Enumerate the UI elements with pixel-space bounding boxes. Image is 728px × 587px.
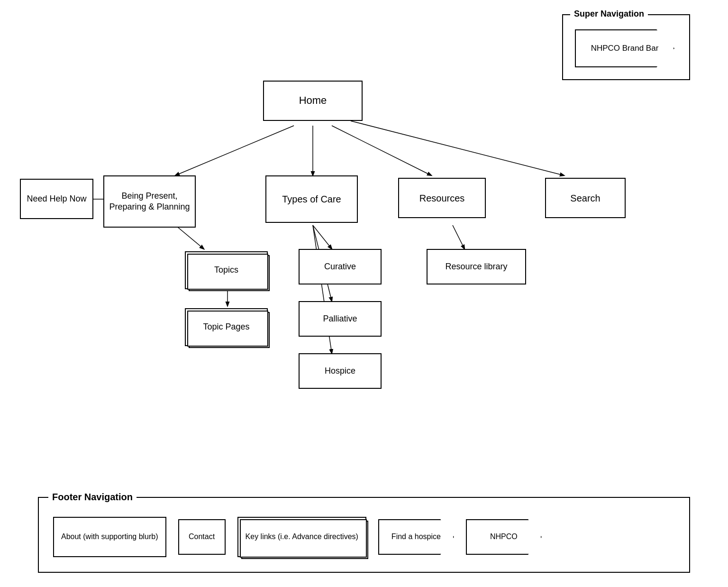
footer-nhpco: NHPCO (466, 519, 542, 555)
types-of-care-node: Types of Care (265, 175, 358, 223)
svg-line-10 (453, 225, 464, 249)
svg-line-5 (175, 225, 204, 249)
types-of-care-label: Types of Care (282, 193, 341, 205)
hospice-node: Hospice (299, 353, 382, 389)
svg-line-0 (175, 126, 294, 175)
footer-contact: Contact (178, 519, 226, 555)
being-present-label: Being Present, Preparing & Planning (104, 191, 195, 213)
curative-label: Curative (324, 261, 356, 272)
footer-items: About (with supporting blurb) Contact Ke… (53, 517, 675, 557)
need-help-now-node: Need Help Now (20, 179, 93, 219)
home-node: Home (263, 81, 363, 121)
footer-contact-label: Contact (189, 532, 215, 542)
palliative-label: Palliative (323, 313, 357, 324)
footer-key-links: Key links (i.e. Advance directives) (237, 517, 366, 557)
footer-nhpco-label: NHPCO (490, 532, 518, 542)
hospice-label: Hospice (325, 366, 355, 376)
resource-library-label: Resource library (445, 261, 507, 272)
super-nav-label: Super Navigation (570, 9, 648, 19)
footer-key-links-label: Key links (i.e. Advance directives) (246, 532, 358, 542)
svg-line-4 (351, 121, 564, 175)
super-nav-container: Super Navigation NHPCO Brand Bar (562, 14, 690, 80)
footer-nav-container: Footer Navigation About (with supporting… (38, 497, 690, 573)
home-label: Home (299, 94, 327, 108)
resource-library-node: Resource library (427, 249, 526, 284)
footer-about: About (with supporting blurb) (53, 517, 166, 557)
svg-line-7 (313, 225, 332, 249)
footer-nav-label: Footer Navigation (48, 492, 136, 503)
search-label: Search (570, 192, 600, 204)
footer-find-hospice: Find a hospice (378, 519, 454, 555)
search-node: Search (545, 178, 626, 218)
nhpco-brand-bar: NHPCO Brand Bar (575, 29, 674, 67)
topics-label: Topics (214, 265, 238, 275)
topics-node: Topics (185, 251, 268, 289)
palliative-node: Palliative (299, 301, 382, 337)
resources-node: Resources (398, 178, 486, 218)
being-present-node: Being Present, Preparing & Planning (103, 175, 196, 228)
footer-find-hospice-label: Find a hospice (391, 532, 441, 542)
nhpco-brand-bar-label: NHPCO Brand Bar (591, 43, 659, 54)
resources-label: Resources (419, 192, 465, 204)
topic-pages-node: Topic Pages (185, 308, 268, 346)
need-help-now-label: Need Help Now (27, 193, 86, 204)
topic-pages-label: Topic Pages (203, 321, 249, 332)
footer-about-label: About (with supporting blurb) (61, 532, 158, 542)
svg-line-3 (332, 126, 431, 175)
curative-node: Curative (299, 249, 382, 284)
diagram-container: Home Need Help Now Being Present, Prepar… (0, 0, 728, 427)
